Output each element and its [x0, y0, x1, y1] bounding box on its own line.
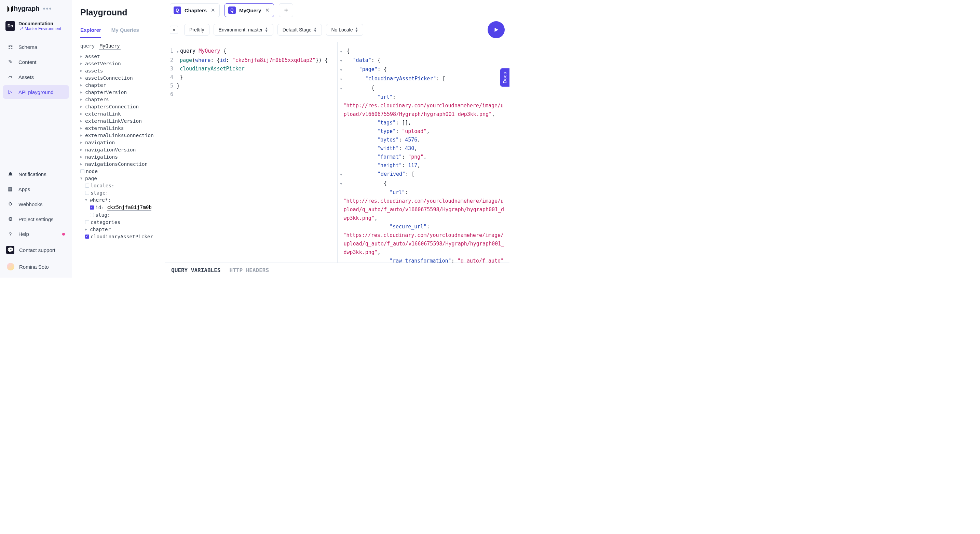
- tree-id[interactable]: id:: [90, 203, 163, 211]
- tree-chaptersConnection[interactable]: ▶chaptersConnection: [80, 103, 163, 110]
- workspace-selector[interactable]: Do Documentation ⎇Master Environment: [0, 19, 72, 37]
- tab-query-variables[interactable]: QUERY VARIABLES: [171, 267, 221, 274]
- avatar: [7, 263, 14, 270]
- tree-chapters[interactable]: ▶chapters: [80, 96, 163, 103]
- tree-stage[interactable]: stage:: [85, 189, 163, 196]
- nav-apps[interactable]: ▦Apps: [3, 182, 69, 196]
- webhook-icon: ⥁: [7, 201, 14, 207]
- nav-api-playground[interactable]: ▷API playground: [3, 85, 69, 99]
- checkbox-checked-icon[interactable]: [85, 234, 89, 239]
- tree-asset[interactable]: ▶asset: [80, 53, 163, 60]
- tree-categories[interactable]: categories: [85, 218, 163, 226]
- sidebar: hygraph ••• Do Documentation ⎇Master Env…: [0, 0, 72, 277]
- query-tabs: Q Chapters ✕ Q MyQuery ✕ +: [165, 0, 509, 17]
- chevron-left-icon: «: [173, 27, 175, 32]
- tree-externalLink[interactable]: ▶externalLink: [80, 110, 163, 117]
- toolbar: « Prettify Environment: master▲▼ Default…: [165, 17, 509, 42]
- query-name-input[interactable]: MyQuery: [99, 43, 121, 49]
- tree-navigationsConnection[interactable]: ▶navigationsConnection: [80, 160, 163, 167]
- tree-assetsConnection[interactable]: ▶assetsConnection: [80, 74, 163, 81]
- sort-icon: ▲▼: [265, 27, 268, 32]
- explorer-tabs: Explorer My Queries: [72, 23, 165, 38]
- play-fill-icon: [493, 27, 499, 33]
- checkbox-checked-icon[interactable]: [90, 206, 94, 210]
- tree-externalLinkVersion[interactable]: ▶externalLinkVersion: [80, 117, 163, 124]
- explorer-panel: Playground Explorer My Queries query MyQ…: [72, 0, 165, 277]
- id-input[interactable]: [107, 204, 151, 210]
- chat-icon: 💬: [6, 246, 14, 254]
- hygraph-logo-icon: [6, 5, 14, 13]
- image-icon: ▱: [7, 74, 14, 80]
- help-icon: ?: [7, 231, 14, 237]
- tree-slug[interactable]: slug:: [90, 211, 163, 218]
- tree-assetVersion[interactable]: ▶assetVersion: [80, 60, 163, 67]
- checkbox-icon[interactable]: [85, 183, 89, 188]
- checkbox-icon[interactable]: [85, 220, 89, 224]
- edit-icon: ✎: [7, 59, 14, 65]
- close-icon[interactable]: ✕: [264, 7, 270, 13]
- nav-project-settings[interactable]: ⚙Project settings: [3, 212, 69, 226]
- tree-navigation[interactable]: ▶navigation: [80, 139, 163, 146]
- tree-chapterVersion[interactable]: ▶chapterVersion: [80, 89, 163, 96]
- tree-assets[interactable]: ▶assets: [80, 67, 163, 74]
- checkbox-icon[interactable]: [80, 169, 84, 173]
- workspace-badge: Do: [5, 21, 15, 31]
- tree-page[interactable]: ▼page: [80, 175, 163, 182]
- nav-webhooks[interactable]: ⥁Webhooks: [3, 197, 69, 211]
- checkbox-icon[interactable]: [85, 191, 89, 195]
- locale-select[interactable]: No Locale▲▼: [326, 24, 363, 35]
- tab-my-queries[interactable]: My Queries: [111, 23, 139, 38]
- tab-explorer[interactable]: Explorer: [80, 23, 101, 38]
- environment-select[interactable]: Environment: master▲▼: [213, 24, 274, 35]
- result-panel[interactable]: ▼ { ▼ "data": { ▼ "page": { ▼ "cloudinar…: [337, 42, 510, 263]
- branch-icon: ⎇: [19, 26, 23, 31]
- tab-http-headers[interactable]: HTTP HEADERS: [230, 267, 269, 274]
- tree-externalLinks[interactable]: ▶externalLinks: [80, 124, 163, 132]
- help-badge: [62, 233, 65, 236]
- add-tab-button[interactable]: +: [279, 3, 293, 17]
- nav-user[interactable]: Romina Soto: [3, 259, 69, 274]
- main-panel: Q Chapters ✕ Q MyQuery ✕ + « Prettify En…: [165, 0, 509, 277]
- nav-content[interactable]: ✎Content: [3, 55, 69, 69]
- tree-externalLinksConnection[interactable]: ▶externalLinksConnection: [80, 132, 163, 139]
- query-editor[interactable]: 1▼query MyQuery { 2 page(where: {id: "ck…: [165, 42, 337, 263]
- tree-where[interactable]: ▼where*:: [85, 196, 163, 203]
- tree-locales[interactable]: locales:: [85, 182, 163, 189]
- close-icon[interactable]: ✕: [210, 7, 216, 13]
- query-badge-icon: Q: [173, 6, 181, 14]
- tree-chapter[interactable]: ▶chapter: [80, 81, 163, 89]
- nav-primary: ☶Schema ✎Content ▱Assets ▷API playground: [0, 37, 72, 99]
- bottom-tabs: QUERY VARIABLES HTTP HEADERS: [165, 263, 509, 277]
- stage-select[interactable]: Default Stage▲▼: [277, 24, 322, 35]
- tab-myquery[interactable]: Q MyQuery ✕: [224, 3, 274, 17]
- tree-chapter-child[interactable]: ▶chapter: [85, 226, 163, 233]
- tab-chapters[interactable]: Q Chapters ✕: [170, 3, 220, 17]
- more-icon[interactable]: •••: [43, 5, 52, 13]
- run-button[interactable]: [488, 21, 505, 38]
- tree-cloudinaryAssetPicker[interactable]: cloudinaryAssetPicker: [85, 233, 163, 240]
- nav-contact-support[interactable]: 💬Contact support: [3, 242, 69, 258]
- nav-schema[interactable]: ☶Schema: [3, 40, 69, 54]
- logo[interactable]: hygraph •••: [0, 5, 72, 19]
- sort-icon: ▲▼: [355, 27, 358, 32]
- nav-assets[interactable]: ▱Assets: [3, 70, 69, 84]
- nav-notifications[interactable]: 🔔︎Notifications: [3, 167, 69, 181]
- layers-icon: ☶: [7, 44, 14, 50]
- prettify-button[interactable]: Prettify: [184, 24, 210, 35]
- workspace-env: ⎇Master Environment: [19, 26, 61, 31]
- docs-tab[interactable]: Docs: [500, 69, 509, 87]
- collapse-button[interactable]: «: [170, 26, 178, 34]
- gear-icon: ⚙: [7, 216, 14, 222]
- tree-node[interactable]: node: [80, 167, 163, 175]
- nav-secondary: 🔔︎Notifications ▦Apps ⥁Webhooks ⚙Project…: [0, 166, 72, 277]
- sort-icon: ▲▼: [314, 27, 317, 32]
- logo-text: hygraph: [14, 5, 39, 13]
- tree-navigations[interactable]: ▶navigations: [80, 153, 163, 160]
- nav-help[interactable]: ?Help: [3, 227, 69, 241]
- checkbox-icon[interactable]: [90, 213, 94, 217]
- query-name-row: query MyQuery: [72, 38, 165, 52]
- tree-navigationVersion[interactable]: ▶navigationVersion: [80, 146, 163, 153]
- plus-icon: +: [284, 6, 288, 14]
- workspace-title: Documentation: [19, 21, 61, 26]
- page-title: Playground: [72, 0, 165, 23]
